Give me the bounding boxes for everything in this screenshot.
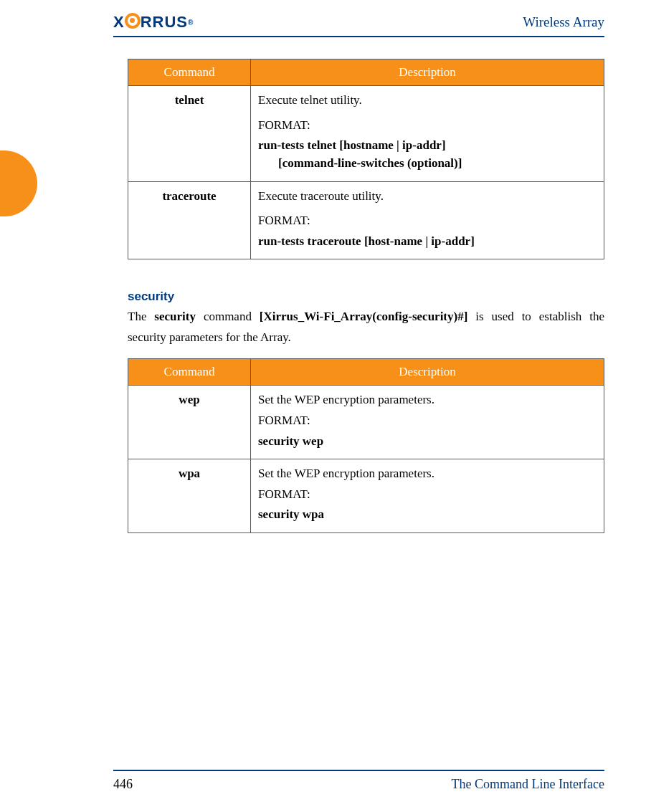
format-syntax: security wep — [258, 433, 597, 451]
table-row: traceroute Execute traceroute utility. F… — [128, 181, 604, 259]
cmd-wep: wep — [128, 386, 251, 459]
desc-wpa: Set the WEP encryption parameters. FORMA… — [251, 459, 604, 533]
format-syntax: security wpa — [258, 506, 597, 524]
desc-line: Execute traceroute utility. — [258, 188, 597, 206]
footer-title: The Command Line Interface — [452, 777, 604, 792]
desc-line: Execute telnet utility. — [258, 92, 597, 110]
para-mid: command — [196, 310, 260, 323]
format-label: FORMAT: — [258, 212, 597, 230]
logo-reg: ® — [188, 19, 194, 27]
table-runtests: Command Description telnet Execute telne… — [128, 59, 604, 259]
xirrus-logo: XRRUS® — [113, 13, 194, 32]
table1-header-command: Command — [128, 59, 251, 86]
page-header: XRRUS® Wireless Array — [0, 0, 646, 37]
format-label: FORMAT: — [258, 486, 597, 504]
section-security: security The security command [Xirrus_Wi… — [128, 290, 604, 533]
format-syntax: run-tests traceroute [host-name | ip-add… — [258, 233, 597, 251]
format-syntax: run-tests telnet [hostname | ip-addr] [c… — [258, 137, 597, 172]
table1-header-description: Description — [251, 59, 604, 86]
table-security: Command Description wep Set the WEP encr… — [128, 358, 604, 533]
header-row: XRRUS® Wireless Array — [113, 13, 604, 37]
para-pre: The — [128, 310, 154, 323]
header-title: Wireless Array — [523, 14, 604, 30]
logo-dot-icon — [125, 13, 141, 29]
desc-wep: Set the WEP encryption parameters. FORMA… — [251, 386, 604, 459]
page-footer: 446 The Command Line Interface — [113, 770, 604, 792]
para-b1: security — [154, 310, 196, 323]
cmd-traceroute: traceroute — [128, 181, 251, 259]
table2-header-description: Description — [251, 359, 604, 386]
logo-text-post: RRUS — [141, 13, 188, 32]
para-b2: [Xirrus_Wi-Fi_Array(config-security)#] — [260, 310, 468, 323]
desc-line: Set the WEP encryption parameters. — [258, 391, 597, 409]
cmd-wpa: wpa — [128, 459, 251, 533]
page-number: 446 — [113, 777, 133, 792]
table2-header-command: Command — [128, 359, 251, 386]
page: XRRUS® Wireless Array Command Descriptio… — [0, 0, 646, 812]
content: Command Description telnet Execute telne… — [0, 37, 646, 533]
syntax-l1: run-tests traceroute [host-name | ip-add… — [258, 234, 475, 248]
cmd-telnet: telnet — [128, 86, 251, 182]
desc-traceroute: Execute traceroute utility. FORMAT: run-… — [251, 181, 604, 259]
table-row: wpa Set the WEP encryption parameters. F… — [128, 459, 604, 533]
syntax-l1: run-tests telnet [hostname | ip-addr] — [258, 138, 446, 152]
format-label: FORMAT: — [258, 117, 597, 135]
section-heading: security — [128, 290, 604, 304]
section-paragraph: The security command [Xirrus_Wi-Fi_Array… — [128, 307, 604, 348]
syntax-l2: [command-line-switches (optional)] — [258, 155, 597, 173]
desc-line: Set the WEP encryption parameters. — [258, 465, 597, 483]
table-row: telnet Execute telnet utility. FORMAT: r… — [128, 86, 604, 182]
desc-telnet: Execute telnet utility. FORMAT: run-test… — [251, 86, 604, 182]
table-row: wep Set the WEP encryption parameters. F… — [128, 386, 604, 459]
logo-text-pre: X — [113, 13, 125, 32]
format-label: FORMAT: — [258, 412, 597, 430]
